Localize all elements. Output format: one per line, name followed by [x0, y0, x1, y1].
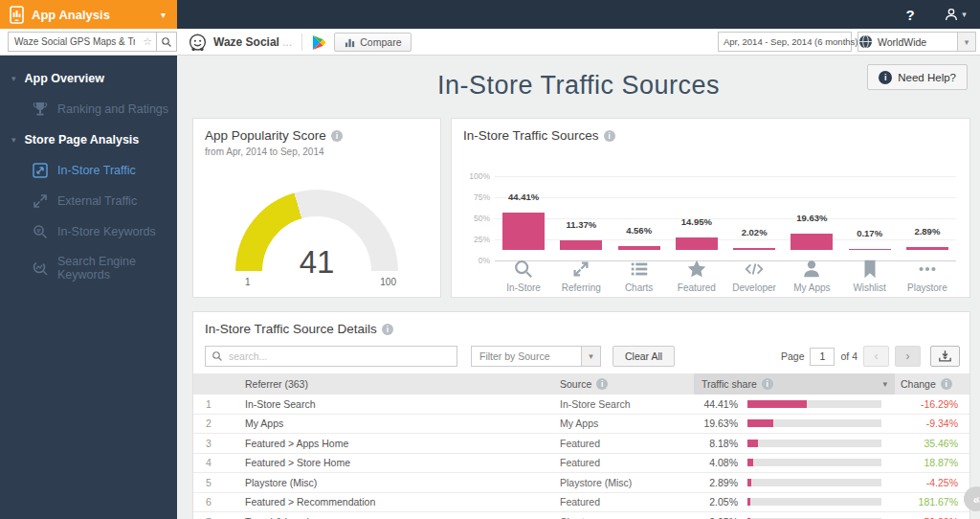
sidebar-item-search-engine-keywords[interactable]: Search Engine Keywords: [0, 247, 177, 289]
mobile-app-icon: [10, 6, 24, 24]
account-menu[interactable]: ▾: [930, 7, 980, 22]
column-referrer[interactable]: Referrer (363): [235, 378, 560, 390]
bar-zone: 2.89%: [899, 176, 956, 250]
category-label: Developer: [732, 282, 776, 293]
in-store-traffic-icon: [33, 163, 48, 178]
compare-button[interactable]: Compare: [334, 33, 412, 52]
traffic-share-bar[interactable]: [502, 213, 545, 250]
table-panel-title: In-Store Traffic Source Detailsi: [193, 312, 969, 338]
chart-category-my-apps[interactable]: 19.63% My Apps: [783, 176, 840, 293]
table-row[interactable]: 6 Featured > Recommendation Featured 2.0…: [193, 493, 969, 513]
chevron-down-icon: ▾: [161, 10, 166, 20]
next-page-button[interactable]: ›: [895, 346, 921, 367]
help-button[interactable]: ?: [890, 7, 930, 23]
sidebar-section-store-page-analysis[interactable]: ▾ Store Page Analysis: [0, 124, 177, 155]
search-engine-icon: [33, 260, 48, 276]
row-index: 2: [193, 417, 235, 429]
chart-category-wishlist[interactable]: 0.17% Wishlist: [841, 176, 899, 293]
traffic-share-bar[interactable]: [676, 237, 718, 250]
bar-zone: 44.41%: [495, 176, 552, 250]
chart-category-charts[interactable]: 4.56% Charts: [611, 176, 668, 293]
share-bar-track: [747, 479, 881, 486]
favorite-star-icon[interactable]: ☆: [139, 35, 156, 48]
traffic-share-bar[interactable]: [618, 246, 660, 250]
traffic-share-bar[interactable]: [849, 249, 891, 251]
table-row[interactable]: 5 Playstore (Misc) Playstore (Misc) 2.89…: [193, 473, 969, 493]
info-icon[interactable]: i: [331, 130, 343, 142]
traffic-share-bar[interactable]: [733, 248, 775, 250]
app-search-input[interactable]: [9, 36, 139, 47]
row-referrer: My Apps: [235, 417, 560, 429]
chart-category-developer[interactable]: 2.02% Developer: [725, 176, 783, 293]
table-row[interactable]: 2 My Apps My Apps 19.63% -9.34%: [193, 415, 969, 435]
info-icon[interactable]: i: [382, 324, 393, 335]
share-bar-fill: [747, 498, 750, 506]
row-source: Featured: [560, 457, 694, 468]
chevron-down-icon: ▾: [11, 74, 16, 83]
column-source[interactable]: Sourcei: [560, 378, 694, 390]
bar-zone: 14.95%: [668, 176, 725, 250]
chart-category-referring[interactable]: 11.37% Referring: [552, 176, 610, 293]
traffic-share-bar[interactable]: [791, 234, 833, 250]
region-select[interactable]: WorldWide ▾: [858, 32, 976, 52]
row-index: 4: [193, 457, 235, 468]
selected-app: Waze Social ... Compare: [188, 29, 412, 56]
share-bar-fill: [747, 479, 751, 486]
chart-category-playstore[interactable]: 2.89% Playstore: [899, 176, 956, 293]
search-icon: [212, 350, 223, 362]
app-popularity-panel: App Popularity Scorei from Apr, 2014 to …: [192, 118, 441, 298]
export-button[interactable]: [930, 346, 960, 367]
date-range-picker[interactable]: Apr, 2014 - Sep, 2014 (6 months): [718, 32, 852, 52]
table-row[interactable]: 7 Travel & Local Charts 2.05% -59.89%: [193, 512, 969, 519]
sidebar-item-in-store-traffic[interactable]: In-Store Traffic: [0, 155, 177, 186]
row-change: 181.67%: [895, 496, 969, 508]
bar-zone: 4.56%: [611, 176, 668, 250]
page-title: In-Store Traffic Sources: [177, 71, 980, 101]
info-icon[interactable]: i: [604, 130, 615, 142]
filter-by-source-select[interactable]: Filter by Source ▾: [471, 346, 601, 367]
app-analysis-menu[interactable]: App Analysis ▾: [0, 0, 177, 29]
divider: [301, 34, 302, 51]
clear-all-button[interactable]: Clear All: [612, 346, 675, 367]
row-referrer: Featured > Store Home: [235, 457, 560, 468]
sidebar-item-in-store-keywords[interactable]: In-Store Keywords: [0, 216, 177, 247]
table-row[interactable]: 3 Featured > Apps Home Featured 8.18% 35…: [193, 434, 969, 454]
y-axis-tick-label: 25%: [463, 235, 490, 244]
share-bar-fill: [747, 459, 753, 466]
column-change[interactable]: Changei: [895, 378, 969, 390]
need-help-button[interactable]: i Need Help?: [867, 64, 968, 90]
share-bar-track: [747, 419, 881, 427]
table-row[interactable]: 4 Featured > Store Home Featured 4.08% 1…: [193, 454, 969, 474]
row-referrer: Featured > Apps Home: [235, 438, 560, 449]
bar-zone: 11.37%: [552, 176, 610, 250]
info-icon: i: [941, 378, 952, 390]
bar-value-label: 14.95%: [681, 216, 712, 227]
row-referrer: Playstore (Misc): [235, 477, 560, 488]
traffic-share-bar[interactable]: [906, 247, 948, 250]
list-icon: [629, 259, 650, 280]
app-toolbar: ☆ Waze Social ... Compare Apr, 2014 - Se…: [0, 29, 980, 56]
referral-icon: [570, 259, 591, 280]
user-icon: [944, 7, 959, 22]
sidebar-item-ranking-and-ratings[interactable]: Ranking and Ratings: [0, 94, 177, 124]
row-source: In-Store Search: [560, 398, 694, 410]
chart-category-featured[interactable]: 14.95% Featured: [668, 176, 725, 293]
info-icon: i: [596, 378, 608, 390]
popularity-score-value: 41: [235, 244, 398, 281]
column-traffic-share[interactable]: Traffic sharei▾: [694, 373, 895, 395]
page-number-input[interactable]: [810, 348, 835, 366]
traffic-share-bar[interactable]: [560, 240, 602, 250]
search-submit-button[interactable]: [157, 36, 176, 48]
row-referrer: Featured > Recommendation: [235, 496, 560, 508]
table-search-input[interactable]: [229, 350, 457, 362]
top-header: App Analysis ▾ ? ▾: [0, 0, 980, 29]
table-row[interactable]: 1 In-Store Search In-Store Search 44.41%…: [193, 395, 969, 415]
sidebar-item-external-traffic[interactable]: External Traffic: [0, 186, 177, 216]
sidebar-section-app-overview[interactable]: ▾ App Overview: [0, 63, 177, 94]
y-axis-tick-label: 75%: [463, 192, 490, 202]
category-label: Referring: [562, 282, 601, 293]
chart-category-in-store[interactable]: 44.41% In-Store: [495, 176, 552, 293]
prev-page-button[interactable]: ‹: [863, 346, 889, 367]
sort-desc-icon: ▾: [882, 379, 887, 389]
search-icon: [161, 36, 172, 48]
